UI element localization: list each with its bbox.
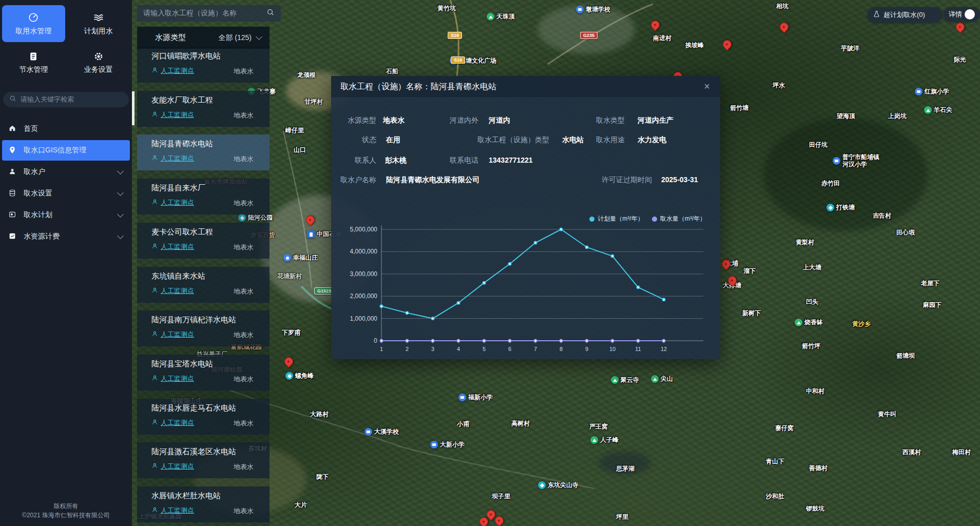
data-point[interactable] (483, 339, 485, 342)
map-place-label: 大新小学 (430, 440, 465, 449)
school-marker-icon[interactable] (576, 6, 584, 13)
water-source-filter[interactable]: 水源类型 全部 (125) (137, 27, 270, 49)
filter-value[interactable]: 全部 (125) (218, 33, 252, 43)
school-marker-icon[interactable] (915, 88, 923, 95)
data-point[interactable] (585, 339, 588, 342)
detail-toggle[interactable]: 详情 (944, 7, 980, 22)
map-place-label-text: 严王窝 (589, 422, 608, 431)
data-point[interactable] (380, 305, 382, 307)
monitor-type-link[interactable]: 人工监测点 (151, 462, 194, 471)
monitor-type-link[interactable]: 人工监测点 (151, 506, 194, 515)
module-tile-3[interactable]: 节水管理 (2, 44, 65, 81)
map-place-label-text: 际光 (954, 55, 966, 64)
map-place-label: 田心塅 (896, 228, 915, 237)
monitor-type-link[interactable]: 人工监测点 (151, 242, 194, 251)
data-point[interactable] (662, 298, 665, 301)
data-point[interactable] (585, 246, 588, 248)
sidebar-item-6[interactable]: 水资源计费 (0, 226, 132, 247)
data-point[interactable] (508, 339, 511, 342)
app-root: 黄竹坑天珠顶墩塘学校相坑南进村挨坡峰芋陂洋际光坪水红旗小学箭竹塘望海顶上岗坑羊石… (0, 0, 980, 526)
module-tile-1[interactable]: 取用水管理 (2, 5, 65, 42)
sidebar-item-1[interactable]: 首页 (0, 119, 132, 139)
data-point[interactable] (380, 339, 382, 342)
facility-list-item[interactable]: 陆河县自来水厂人工监测点地表水 (137, 179, 270, 215)
monitor-type-link[interactable]: 人工监测点 (151, 110, 194, 120)
data-point[interactable] (406, 339, 408, 342)
data-point[interactable] (431, 339, 434, 342)
poi-marker-icon[interactable] (538, 481, 546, 489)
sidebar-search-input[interactable]: 请输入关键字检索 (3, 92, 129, 107)
x-axis-tick-label: 8 (560, 346, 563, 352)
module-tile-4[interactable]: 业务设置 (67, 44, 130, 81)
school-marker-icon[interactable] (458, 394, 466, 401)
search-icon[interactable] (266, 8, 275, 18)
chevron-down-icon[interactable] (117, 168, 124, 174)
facility-list-item[interactable]: 陆河县青磜水电站人工监测点地表水 (137, 134, 270, 170)
facility-list-item[interactable]: 麦卡公司取水工程人工监测点地表水 (137, 223, 270, 259)
data-point[interactable] (534, 339, 536, 342)
monitor-type-link[interactable]: 人工监测点 (151, 330, 194, 339)
data-point[interactable] (508, 263, 511, 265)
sidebar-item-2[interactable]: 取水口GIS信息管理 (2, 140, 130, 161)
data-point[interactable] (611, 255, 613, 257)
person-icon (151, 67, 158, 75)
peak-marker-icon[interactable] (487, 13, 494, 21)
data-point[interactable] (457, 302, 459, 304)
facility-search-input[interactable]: 请输入取水工程（设施）名称 (137, 5, 281, 22)
map-place-label: 红旗小学 (915, 87, 949, 96)
module-tile-2[interactable]: 计划用水 (67, 5, 130, 42)
sidebar-item-3[interactable]: 取水户 (0, 162, 132, 182)
data-point[interactable] (560, 339, 562, 342)
map-place-label-text: 福新小学 (468, 393, 493, 402)
peak-marker-icon[interactable] (795, 319, 802, 326)
close-icon[interactable]: × (704, 80, 710, 92)
monitor-type-link[interactable]: 人工监测点 (151, 66, 194, 75)
gas-station-icon[interactable] (307, 230, 315, 238)
map-place-label-text: 坪水 (773, 81, 785, 90)
monitor-type-link[interactable]: 人工监测点 (151, 374, 194, 383)
data-point[interactable] (457, 339, 459, 342)
poi-marker-icon[interactable] (827, 204, 834, 211)
data-point[interactable] (431, 317, 434, 320)
toggle-knob[interactable] (965, 9, 975, 20)
data-point[interactable] (662, 339, 665, 342)
poi-marker-icon[interactable] (285, 372, 293, 380)
sidebar-item-5[interactable]: 取水计划 (0, 205, 132, 225)
facility-list-item[interactable]: 水唇镇水栏肚水电站人工监测点地表水 (137, 486, 270, 522)
school-marker-icon[interactable] (364, 428, 372, 436)
data-point[interactable] (560, 228, 562, 230)
school-marker-icon[interactable] (833, 157, 840, 165)
data-point[interactable] (637, 286, 639, 288)
chevron-down-icon[interactable] (256, 33, 262, 40)
x-axis-tick-label: 2 (406, 346, 409, 352)
peak-marker-icon[interactable] (611, 376, 619, 384)
chevron-down-icon[interactable] (117, 232, 124, 239)
facility-name: 陆河县南万镇杞洋水电站 (151, 315, 236, 325)
monitor-type-link[interactable]: 人工监测点 (151, 286, 194, 296)
facility-list-item[interactable]: 河口镇唱歌潭水电站人工监测点地表水 (137, 47, 270, 83)
chevron-down-icon[interactable] (117, 189, 124, 196)
data-point[interactable] (534, 241, 536, 244)
monitor-type-link[interactable]: 人工监测点 (151, 418, 194, 427)
poi-marker-icon[interactable] (283, 254, 291, 262)
monitor-type-link[interactable]: 人工监测点 (151, 154, 194, 163)
facility-list-item[interactable]: 陆河县水唇走马石水电站人工监测点地表水 (137, 399, 270, 435)
facility-list-item[interactable]: 陆河县宝塔水电站人工监测点地表水 (137, 355, 270, 391)
data-point[interactable] (483, 282, 485, 284)
data-point[interactable] (611, 339, 613, 342)
facility-list-item[interactable]: 陆河县激石溪老区水电站人工监测点地表水 (137, 442, 270, 478)
map-place-label-text: 螺角峰 (295, 372, 314, 380)
facility-list-item[interactable]: 友能水厂取水工程人工监测点地表水 (137, 91, 270, 127)
facility-list-item[interactable]: 东坑镇自来水站人工监测点地表水 (137, 267, 270, 303)
peak-marker-icon[interactable] (590, 436, 598, 444)
school-marker-icon[interactable] (430, 441, 438, 449)
chevron-down-icon[interactable] (117, 211, 124, 218)
sidebar-item-4[interactable]: 取水设置 (0, 183, 132, 204)
data-point[interactable] (637, 339, 639, 342)
peak-marker-icon[interactable] (924, 106, 932, 114)
data-point[interactable] (406, 311, 408, 314)
facility-list-item[interactable]: 陆河县南万镇杞洋水电站人工监测点地表水 (137, 310, 270, 346)
monitor-type-link[interactable]: 人工监测点 (151, 198, 194, 207)
peak-marker-icon[interactable] (651, 375, 659, 383)
over-plan-alert-button[interactable]: 超计划取水(0) (868, 7, 943, 23)
